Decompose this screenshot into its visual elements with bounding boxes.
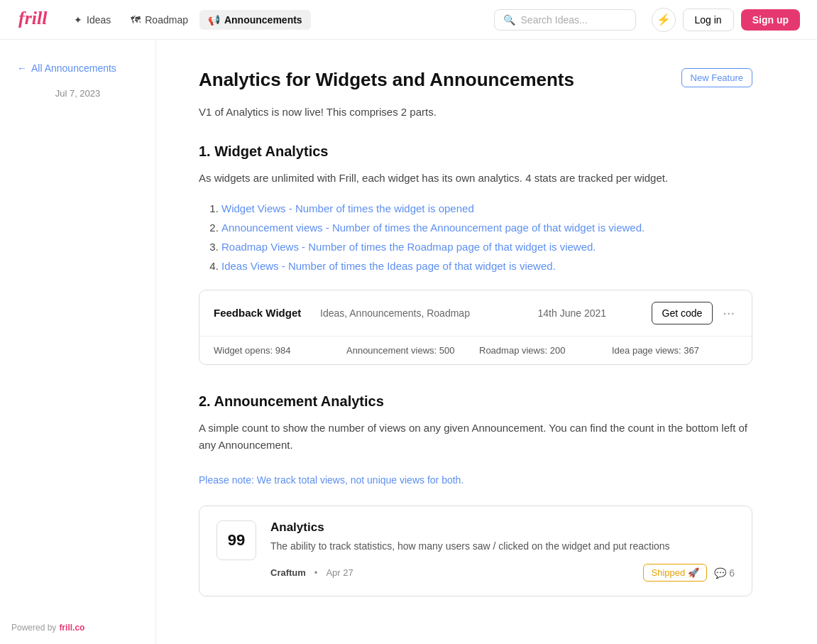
nav-announcements-label: Announcements: [224, 14, 302, 26]
widget-tags: Ideas, Announcements, Roadmap: [320, 307, 524, 319]
shipped-icon: 🚀: [688, 567, 699, 578]
article-header: Analytics for Widgets and Announcements …: [199, 68, 752, 92]
main-content: Analytics for Widgets and Announcements …: [156, 40, 795, 644]
stat-roadmap-views: Roadmap views: 200: [479, 345, 605, 356]
ann-title: Analytics: [270, 520, 735, 535]
svg-text:frill: frill: [18, 9, 48, 28]
section1-body: As widgets are unlimited with Frill, eac…: [199, 170, 752, 187]
nav-ideas[interactable]: ✦ Ideas: [65, 10, 119, 30]
stat-idea-views: Idea page views: 367: [612, 345, 738, 356]
nav-roadmap-label: Roadmap: [145, 14, 188, 26]
stat-opens: Widget opens: 984: [214, 345, 339, 356]
ann-separator: •: [314, 567, 318, 578]
lightning-button[interactable]: ⚡: [652, 8, 676, 32]
ann-body: Analytics The ability to track statistic…: [270, 520, 735, 582]
announcement-card: 99 Analytics The ability to track statis…: [199, 506, 752, 596]
more-options-button[interactable]: ···: [720, 305, 738, 321]
widget-card: Feedback Widget Ideas, Announcements, Ro…: [199, 290, 752, 365]
nav-roadmap[interactable]: 🗺 Roadmap: [122, 10, 197, 30]
section2-body: A simple count to show the number of vie…: [199, 420, 752, 455]
article-intro: V1 of Analytics is now live! This compri…: [199, 104, 752, 121]
list-item: Ideas Views - Number of times the Ideas …: [221, 256, 752, 275]
search-bar[interactable]: 🔍 Search Ideas...: [494, 9, 636, 31]
comments-count: 6: [729, 567, 735, 579]
page-layout: ← All Announcements Jul 7, 2023 Powered …: [0, 40, 817, 644]
widget-card-stats: Widget opens: 984 Announcement views: 50…: [199, 337, 752, 364]
nav-links: ✦ Ideas 🗺 Roadmap 📢 Announcements: [65, 10, 494, 30]
login-button[interactable]: Log in: [683, 9, 734, 31]
powered-by: Powered by frill.co: [11, 623, 84, 633]
sidebar: ← All Announcements Jul 7, 2023 Powered …: [0, 40, 156, 644]
nav-announcements[interactable]: 📢 Announcements: [199, 10, 311, 30]
article-date: Jul 7, 2023: [17, 88, 138, 99]
widget-name: Feedback Widget: [214, 307, 306, 319]
section2-title: 2. Announcement Analytics: [199, 393, 752, 410]
list-item: Widget Views - Number of times the widge…: [221, 199, 752, 218]
shipped-label: Shipped: [651, 567, 685, 578]
shipped-badge[interactable]: Shipped 🚀: [643, 564, 707, 582]
nav-actions: 🔍 Search Ideas... ⚡ Log in Sign up: [494, 8, 800, 32]
stat-ann-views: Announcement views: 500: [346, 345, 472, 356]
comment-icon: 💬: [714, 567, 726, 579]
back-arrow-icon: ←: [17, 62, 27, 74]
back-label: All Announcements: [31, 62, 116, 74]
features-list: Widget Views - Number of times the widge…: [221, 199, 752, 275]
powered-text: Powered by: [11, 623, 56, 633]
roadmap-icon: 🗺: [131, 14, 141, 26]
search-icon: 🔍: [503, 14, 515, 26]
new-feature-badge: New Feature: [681, 68, 752, 87]
get-code-button[interactable]: Get code: [652, 302, 713, 324]
ann-actions: Shipped 🚀 💬 6: [643, 564, 735, 582]
list-item: Announcement views - Number of times the…: [221, 218, 752, 237]
list-item-1: Widget Views - Number of times the widge…: [221, 202, 474, 214]
widget-date: 14th June 2021: [538, 307, 637, 319]
widget-actions: Get code ···: [652, 302, 738, 324]
ann-description: The ability to track statistics, how man…: [270, 539, 735, 554]
votes-box[interactable]: 99: [216, 520, 256, 560]
ann-author: Craftum: [270, 567, 306, 578]
list-item: Roadmap Views - Number of times the Road…: [221, 237, 752, 256]
ann-meta: Craftum • Apr 27 Shipped 🚀 💬 6: [270, 564, 735, 582]
powered-brand[interactable]: frill.co: [59, 623, 84, 633]
back-link[interactable]: ← All Announcements: [17, 62, 138, 74]
signup-button[interactable]: Sign up: [741, 9, 800, 31]
section2: 2. Announcement Analytics A simple count…: [199, 393, 752, 455]
widget-card-top: Feedback Widget Ideas, Announcements, Ro…: [199, 290, 752, 337]
comments-button[interactable]: 💬 6: [714, 567, 735, 579]
list-item-3: Roadmap Views - Number of times the Road…: [221, 241, 596, 253]
nav-ideas-label: Ideas: [87, 14, 111, 26]
announcements-icon: 📢: [208, 14, 220, 26]
ideas-icon: ✦: [74, 14, 82, 26]
list-item-4: Ideas Views - Number of times the Ideas …: [221, 260, 556, 272]
search-placeholder: Search Ideas...: [521, 14, 588, 26]
ann-date: Apr 27: [326, 567, 353, 578]
brand-logo[interactable]: frill: [17, 9, 48, 31]
note-text: Please note: We track total views, not u…: [199, 474, 752, 486]
article-title: Analytics for Widgets and Announcements: [199, 68, 574, 92]
section1-title: 1. Widget Analytics: [199, 143, 752, 160]
list-item-2: Announcement views - Number of times the…: [221, 222, 645, 234]
navbar: frill ✦ Ideas 🗺 Roadmap 📢 Announcements …: [0, 0, 817, 40]
intro-text: V1 of Analytics is now live! This compri…: [199, 106, 437, 118]
